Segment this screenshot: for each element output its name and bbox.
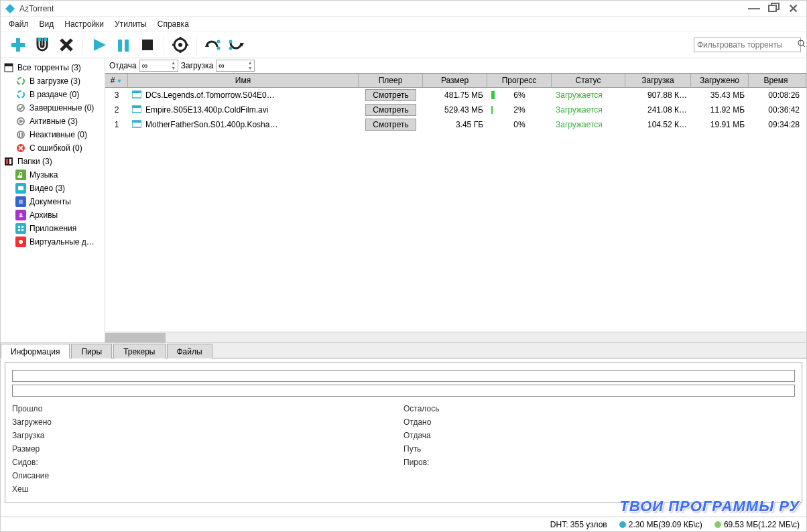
svg-marker-0 [5, 4, 15, 13]
close-button[interactable]: ✕ [784, 1, 802, 16]
svg-point-51 [19, 240, 23, 244]
video-file-icon [132, 90, 141, 101]
watch-button[interactable]: Смотреть [365, 89, 416, 101]
svg-marker-33 [19, 119, 23, 123]
sidebar-all-torrents[interactable]: Все торренты (3) [1, 61, 105, 74]
cell-status: Загружается [552, 119, 625, 131]
details-tabs: Информация Пиры Трекеры Файлы [1, 342, 806, 358]
cell-status: Загружается [552, 104, 625, 116]
folders-icon [3, 156, 14, 167]
sidebar-vd[interactable]: Виртуальные д… [1, 235, 105, 249]
main-area: Все торренты (3) В загрузке (3) В раздач… [1, 58, 806, 342]
cell-time: 00:36:42 [749, 104, 806, 116]
sidebar-error[interactable]: С ошибкой (0) [1, 141, 105, 155]
cell-name: MotherFatherSon.S01.400p.Kosha… [128, 119, 359, 131]
col-download[interactable]: Загрузка [625, 74, 691, 87]
cell-size: 481.75 МБ [423, 89, 487, 101]
info-panel: ПрошлоЗагруженоЗагрузкаРазмерСидов:Описа… [5, 362, 802, 503]
info-label: Описание [12, 469, 404, 482]
sidebar-active[interactable]: Активные (3) [1, 115, 105, 128]
upload-limit-input[interactable]: ∞▲▼ [139, 60, 178, 72]
pause-button[interactable] [111, 34, 135, 56]
info-label: Размер [12, 442, 404, 456]
sidebar-video[interactable]: Видео (3) [1, 182, 105, 195]
cell-download: 104.52 К… [625, 119, 691, 131]
sidebar-inactive[interactable]: Неактивные (0) [1, 128, 105, 141]
col-player[interactable]: Плеер [359, 74, 423, 87]
watch-button[interactable]: Смотреть [365, 119, 416, 131]
magnet-button[interactable] [30, 34, 54, 56]
move-up-button[interactable] [201, 34, 225, 56]
tab-files[interactable]: Файлы [167, 344, 212, 358]
cell-loaded: 19.91 МБ [691, 119, 749, 131]
video-icon [15, 183, 26, 194]
filter-input[interactable] [697, 40, 798, 50]
svg-rect-50 [21, 229, 23, 231]
progress-bar-1 [12, 370, 795, 382]
svg-rect-43 [18, 186, 23, 190]
sidebar-downloading[interactable]: В загрузке (3) [1, 74, 105, 88]
move-down-button[interactable] [225, 34, 249, 56]
video-file-icon [132, 105, 141, 115]
cell-size: 529.43 МБ [423, 104, 487, 116]
apps-icon [15, 223, 26, 234]
cell-player: Смотреть [359, 88, 423, 103]
cell-player: Смотреть [359, 103, 423, 117]
col-loaded[interactable]: Загружено [691, 74, 749, 87]
table-row[interactable]: 1MotherFatherSon.S01.400p.Kosha…Смотреть… [105, 117, 806, 132]
delete-button[interactable] [54, 34, 78, 56]
sidebar-docs[interactable]: Документы [1, 195, 105, 208]
play-button[interactable] [87, 34, 111, 56]
sidebar-folders[interactable]: Папки (3) [1, 155, 105, 168]
col-size[interactable]: Размер [423, 74, 487, 87]
svg-rect-49 [18, 229, 20, 231]
upload-label: Отдача [109, 61, 137, 70]
menu-utils[interactable]: Утилиты [109, 17, 152, 31]
svg-rect-36 [21, 133, 23, 137]
docs-icon [15, 196, 26, 207]
stop-button[interactable] [135, 34, 160, 56]
menubar: Файл Вид Настройки Утилиты Справка [1, 17, 806, 31]
tab-info[interactable]: Информация [1, 344, 70, 358]
sidebar-completed[interactable]: Завершенные (0) [1, 101, 105, 115]
sidebar-music[interactable]: Музыка [1, 168, 105, 182]
download-limit-input[interactable]: ∞▲▼ [216, 60, 255, 72]
svg-rect-6 [44, 38, 47, 41]
cell-num: 3 [105, 89, 128, 101]
tab-peers[interactable]: Пиры [71, 344, 112, 358]
menu-help[interactable]: Справка [152, 17, 194, 31]
filter-wrapper [694, 38, 801, 52]
info-label: Пиров: [404, 456, 795, 469]
settings-button[interactable] [168, 34, 192, 56]
maximize-button[interactable] [764, 1, 784, 15]
add-button[interactable] [6, 34, 30, 56]
minimize-button[interactable]: — [744, 1, 764, 15]
tab-trackers[interactable]: Трекеры [113, 344, 165, 358]
downloading-icon [15, 76, 26, 86]
menu-settings[interactable]: Настройки [59, 17, 109, 31]
col-status[interactable]: Статус [552, 74, 625, 87]
sidebar-apps[interactable]: Приложения [1, 222, 105, 235]
table-row[interactable]: 3DCs.Legends.of.Tomorrow.S04E0…Смотреть4… [105, 88, 806, 103]
toolbar [1, 31, 806, 58]
cell-time: 00:08:26 [749, 89, 806, 101]
col-num[interactable]: #▼ [105, 74, 128, 87]
status-download: 2.30 МБ(39.09 КБ\с) [619, 520, 702, 529]
menu-view[interactable]: Вид [34, 17, 60, 31]
app-logo-icon [5, 3, 15, 14]
table-row[interactable]: 2Empire.S05E13.400p.ColdFilm.aviСмотреть… [105, 103, 806, 117]
seeding-icon [15, 89, 26, 100]
sidebar-seeding[interactable]: В раздаче (0) [1, 88, 105, 101]
col-time[interactable]: Время [749, 74, 806, 87]
svg-line-26 [803, 45, 805, 47]
cell-progress: 6% [487, 88, 552, 102]
sidebar-archives[interactable]: ⇊Архивы [1, 208, 105, 222]
col-progress[interactable]: Прогресс [487, 74, 552, 87]
svg-rect-5 [38, 38, 41, 41]
menu-file[interactable]: Файл [3, 17, 34, 31]
col-name[interactable]: Имя [128, 74, 359, 87]
cell-progress: 0% [487, 118, 552, 131]
horizontal-scrollbar[interactable] [105, 332, 806, 342]
info-label: Загрузка [12, 429, 404, 442]
watch-button[interactable]: Смотреть [365, 104, 416, 116]
